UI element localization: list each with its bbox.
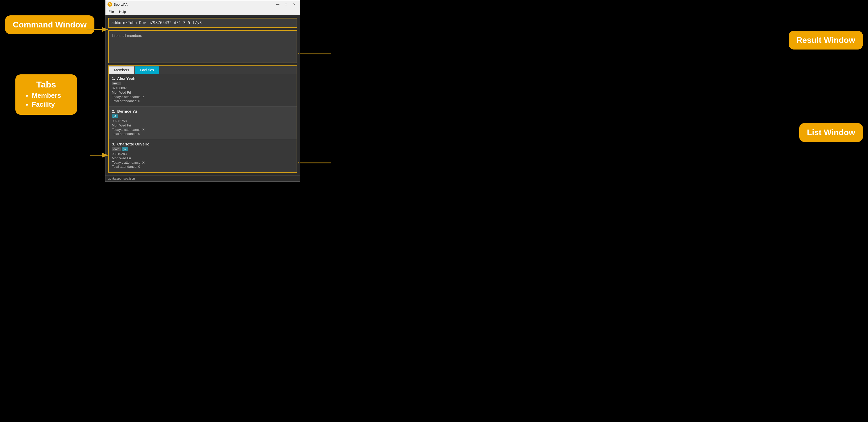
- maximize-button[interactable]: □: [282, 2, 290, 7]
- annotation-tabs: Tabs Members Facility: [16, 74, 77, 115]
- member-tags-1: exco: [112, 82, 293, 85]
- annotation-result-window: Result Window: [789, 31, 863, 50]
- table-row: 1. Alex Yeoh exco 87438807 Mon Wed Fri T…: [109, 74, 297, 106]
- member-tags-2: y1: [112, 115, 293, 118]
- app-icon: S: [107, 2, 112, 7]
- table-row: 2. Bernice Yu y1 99272758 Mon Wed Fri To…: [109, 106, 297, 139]
- app-window: S SportsPA — □ ✕ File Help Listed all me…: [105, 0, 300, 182]
- member-today-attendance-2: Today's attendance: X: [112, 128, 293, 132]
- menu-bar: File Help: [105, 8, 300, 15]
- result-window: Listed all members: [108, 30, 298, 63]
- tabs-container: Members Facilities 1. Alex Yeoh exco 874…: [108, 65, 298, 173]
- app-title: SportsPA: [114, 3, 127, 6]
- member-total-attendance-3: Total attendance: 0: [112, 165, 293, 168]
- member-days-1: Mon Wed Fri: [112, 91, 293, 94]
- tag-exco-1: exco: [112, 82, 121, 85]
- window-controls: — □ ✕: [274, 2, 298, 7]
- table-row: 3. Charlotte Oliveiro exco y2 93210283 M…: [109, 139, 297, 172]
- tab-facilities[interactable]: Facilities: [134, 66, 159, 74]
- status-text: .\data\sportspa.json: [108, 177, 135, 180]
- annotation-list-window: List Window: [799, 123, 863, 142]
- tag-exco-3: exco: [112, 147, 121, 151]
- tag-y2-3: y2: [122, 147, 128, 151]
- member-phone-2: 99272758: [112, 119, 293, 123]
- tag-y1-2: y1: [112, 115, 118, 118]
- member-today-attendance-3: Today's attendance: X: [112, 161, 293, 164]
- member-tags-3: exco y2: [112, 147, 293, 151]
- list-item: Members: [32, 92, 67, 100]
- member-phone-3: 93210283: [112, 152, 293, 156]
- member-total-attendance-2: Total attendance: 0: [112, 132, 293, 136]
- tab-bar: Members Facilities: [109, 66, 297, 74]
- annotation-command-window: Command Window: [5, 15, 94, 34]
- result-text: Listed all members: [112, 34, 142, 38]
- list-item: Facility: [32, 101, 67, 108]
- main-content: Listed all members Members Facilities 1.…: [105, 15, 300, 175]
- arrow-result: [298, 50, 334, 58]
- command-input-wrapper: [108, 18, 298, 28]
- member-name-2: 2. Bernice Yu: [112, 109, 293, 113]
- minimize-button[interactable]: —: [274, 2, 281, 7]
- member-list[interactable]: 1. Alex Yeoh exco 87438807 Mon Wed Fri T…: [109, 74, 297, 172]
- member-phone-1: 87438807: [112, 86, 293, 90]
- member-total-attendance-1: Total attendance: 0: [112, 99, 293, 103]
- close-button[interactable]: ✕: [291, 2, 298, 7]
- tab-members[interactable]: Members: [109, 66, 134, 74]
- title-bar-left: S SportsPA: [107, 2, 127, 7]
- member-today-attendance-1: Today's attendance: X: [112, 95, 293, 99]
- command-input[interactable]: [109, 19, 297, 27]
- menu-file[interactable]: File: [106, 9, 116, 14]
- title-bar: S SportsPA — □ ✕: [105, 0, 300, 8]
- annotation-tabs-title: Tabs: [26, 79, 67, 90]
- member-days-2: Mon Wed Fri: [112, 123, 293, 127]
- annotation-tabs-list: Members Facility: [26, 92, 67, 108]
- member-name-1: 1. Alex Yeoh: [112, 76, 293, 80]
- member-name-3: 3. Charlotte Oliveiro: [112, 142, 293, 146]
- status-bar: .\data\sportspa.json: [105, 175, 300, 182]
- member-days-3: Mon Wed Fri: [112, 156, 293, 160]
- arrow-list: [298, 159, 334, 167]
- menu-help[interactable]: Help: [117, 9, 128, 14]
